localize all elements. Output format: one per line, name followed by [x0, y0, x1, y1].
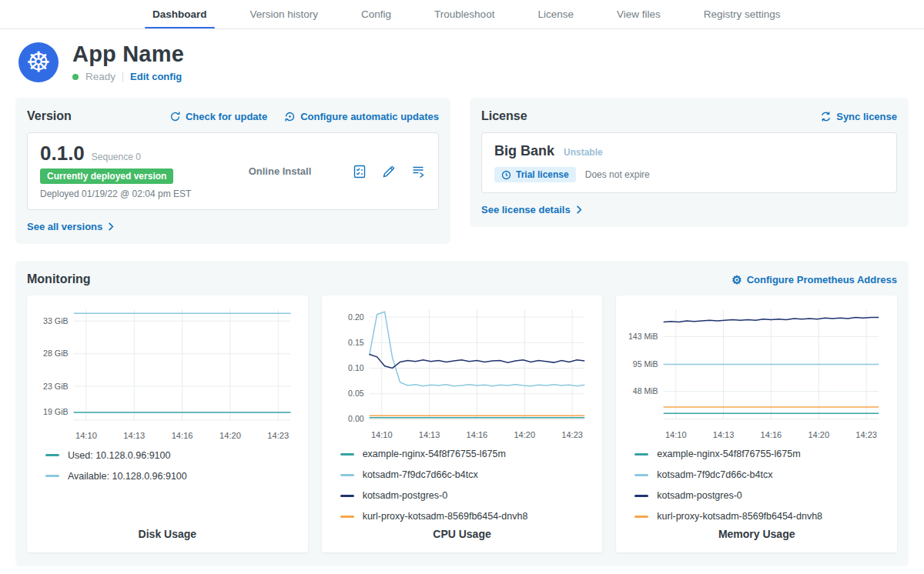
version-card: Version Check for update Configure autom… — [15, 98, 450, 244]
legend-item: kotsadm-postgres-0 — [634, 490, 889, 501]
auto-update-icon — [284, 111, 296, 122]
series-color-swatch — [634, 516, 648, 518]
see-all-versions-link[interactable]: See all versions — [27, 221, 114, 232]
license-card: License Sync license Big Bank Unstable T… — [470, 98, 909, 227]
cpu-usage-chart: 0.000.050.100.150.2014:1014:1314:1614:20… — [330, 305, 595, 442]
version-number: 0.1.0 — [40, 143, 85, 164]
legend-item: kotsadm-postgres-0 — [340, 490, 595, 501]
series-label: kurl-proxy-kotsadm-8569fb6454-dnvh8 — [657, 511, 822, 522]
legend-item: kurl-proxy-kotsadm-8569fb6454-dnvh8 — [634, 511, 889, 522]
svg-text:143 MiB: 143 MiB — [628, 332, 658, 341]
memory-usage-chart: 48 MiB95 MiB143 MiB14:1014:1314:1614:201… — [624, 305, 889, 442]
check-for-update-link[interactable]: Check for update — [169, 111, 267, 122]
sequence-label: Sequence 0 — [92, 152, 141, 162]
svg-text:14:23: 14:23 — [267, 432, 289, 441]
cpu-usage-legend: example-nginx-54f8f76755-l675m kotsadm-7… — [330, 449, 595, 522]
tab-license[interactable]: License — [516, 0, 595, 28]
memory-usage-legend: example-nginx-54f8f76755-l675m kotsadm-7… — [624, 449, 889, 522]
configure-automatic-updates-label: Configure automatic updates — [300, 111, 439, 122]
svg-text:0.10: 0.10 — [348, 363, 364, 372]
refresh-icon — [169, 111, 181, 122]
chart-title: Memory Usage — [624, 522, 889, 540]
sync-license-label: Sync license — [836, 111, 897, 122]
series-color-swatch — [45, 475, 59, 477]
svg-text:14:10: 14:10 — [75, 432, 97, 441]
legend-item: example-nginx-54f8f76755-l675m — [634, 449, 889, 459]
tab-view-files[interactable]: View files — [595, 0, 682, 28]
deployed-badge: Currently deployed version — [40, 169, 173, 184]
tab-dashboard[interactable]: Dashboard — [131, 0, 229, 28]
page-title: App Name — [72, 42, 184, 67]
tab-troubleshoot[interactable]: Troubleshoot — [413, 0, 516, 28]
see-license-details-link[interactable]: See license details — [481, 204, 582, 215]
svg-text:0.00: 0.00 — [348, 415, 364, 424]
series-label: example-nginx-54f8f76755-l675m — [657, 449, 800, 459]
svg-text:14:13: 14:13 — [123, 432, 145, 441]
svg-text:14:20: 14:20 — [808, 430, 830, 439]
configure-prometheus-link[interactable]: ⚙ Configure Prometheus Address — [732, 274, 897, 285]
svg-text:14:16: 14:16 — [466, 430, 487, 439]
license-details-box: Big Bank Unstable Trial license Does not… — [481, 132, 897, 193]
svg-text:95 MiB: 95 MiB — [633, 359, 658, 369]
edit-config-link[interactable]: Edit config — [130, 71, 182, 82]
preflight-checks-icon[interactable] — [352, 164, 367, 179]
chevron-right-icon — [576, 205, 582, 214]
status-text: Ready — [85, 71, 116, 82]
svg-text:14:23: 14:23 — [561, 430, 583, 439]
legend-item: Used: 10.128.0.96:9100 — [45, 450, 300, 461]
configure-prometheus-label: Configure Prometheus Address — [747, 274, 897, 285]
svg-text:19 GiB: 19 GiB — [43, 408, 68, 417]
svg-text:0.05: 0.05 — [348, 389, 364, 398]
legend-item: Available: 10.128.0.96:9100 — [45, 471, 300, 482]
svg-text:14:13: 14:13 — [418, 430, 440, 439]
svg-text:14:20: 14:20 — [219, 432, 241, 441]
see-license-details-label: See license details — [481, 204, 571, 215]
top-nav: Dashboard Version history Config Trouble… — [0, 0, 924, 29]
svg-text:23 GiB: 23 GiB — [43, 382, 68, 391]
svg-text:14:23: 14:23 — [856, 430, 878, 439]
sync-license-link[interactable]: Sync license — [820, 111, 897, 122]
svg-text:14:16: 14:16 — [172, 432, 193, 441]
deploy-logs-icon[interactable] — [410, 164, 426, 179]
disk-usage-legend: Used: 10.128.0.96:9100 Available: 10.128… — [35, 450, 300, 482]
series-label: Used: 10.128.0.96:9100 — [68, 450, 170, 461]
trial-license-label: Trial license — [516, 169, 569, 180]
series-color-swatch — [634, 474, 648, 476]
svg-text:14:16: 14:16 — [761, 430, 782, 439]
chart-title: Disk Usage — [35, 522, 300, 540]
series-label: example-nginx-54f8f76755-l675m — [363, 449, 506, 459]
customer-name: Big Bank — [494, 143, 554, 159]
series-color-swatch — [45, 454, 59, 456]
channel-label: Unstable — [564, 147, 603, 158]
series-color-swatch — [634, 453, 648, 456]
expiration-label: Does not expire — [585, 169, 650, 180]
sync-icon — [820, 111, 832, 122]
deployed-timestamp: Deployed 01/19/22 @ 02:04 pm EST — [40, 189, 208, 199]
license-card-title: License — [481, 109, 527, 123]
legend-item: kotsadm-7f9dc7d66c-b4tcx — [340, 469, 595, 480]
legend-item: kotsadm-7f9dc7d66c-b4tcx — [634, 469, 889, 480]
svg-text:14:13: 14:13 — [713, 430, 735, 439]
tab-version-history[interactable]: Version history — [229, 0, 340, 28]
configure-automatic-updates-link[interactable]: Configure automatic updates — [284, 111, 439, 122]
legend-item: example-nginx-54f8f76755-l675m — [340, 449, 595, 459]
series-label: kotsadm-7f9dc7d66c-b4tcx — [363, 469, 478, 480]
series-color-swatch — [340, 516, 354, 518]
disk-usage-chart-card: 19 GiB23 GiB28 GiB33 GiB14:1014:1314:161… — [27, 295, 308, 552]
svg-text:0.20: 0.20 — [348, 312, 364, 322]
chevron-right-icon — [108, 222, 114, 231]
svg-text:14:10: 14:10 — [665, 430, 687, 439]
series-color-swatch — [340, 474, 354, 476]
svg-text:28 GiB: 28 GiB — [43, 349, 68, 359]
tab-registry-settings[interactable]: Registry settings — [682, 0, 802, 28]
gear-icon: ⚙ — [732, 274, 742, 285]
helm-wheel-icon: ☸ — [26, 48, 51, 76]
monitoring-section: Monitoring ⚙ Configure Prometheus Addres… — [15, 261, 909, 566]
svg-text:48 MiB: 48 MiB — [633, 387, 658, 396]
svg-text:14:10: 14:10 — [371, 430, 393, 439]
tab-config[interactable]: Config — [340, 0, 413, 28]
edit-config-icon[interactable] — [381, 164, 397, 179]
install-type-label: Online Install — [208, 165, 352, 177]
check-for-update-label: Check for update — [186, 111, 267, 122]
monitoring-title: Monitoring — [27, 272, 91, 286]
